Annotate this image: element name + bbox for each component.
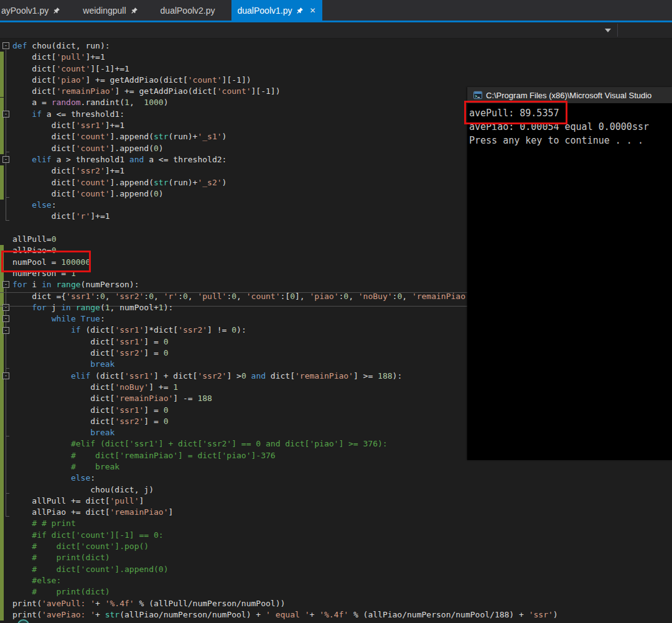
code-line[interactable]: def chou(dict, run): — [12, 40, 558, 52]
code-line[interactable]: # print(dict) — [12, 552, 558, 563]
tab-label: ayPoolv1.py — [1, 6, 49, 16]
code-line[interactable]: #if dict['count'][-1] == 0: — [12, 530, 558, 541]
code-line[interactable]: dict['count'][-1]+=1 — [12, 63, 558, 75]
tab-label: dualPoolv1.py — [238, 6, 292, 16]
console-icon — [474, 91, 482, 99]
code-line[interactable]: allPull += dict['pull'] — [12, 496, 558, 507]
tab-dualPoolv2.py[interactable]: dualPoolv2.py — [154, 0, 222, 21]
vs-window: { "tabs": { "items": [ {"label": "ayPool… — [0, 0, 672, 623]
fold-guide — [6, 335, 6, 369]
tab-bar: ayPoolv1.pyweidingpulldualPoolv2.pydualP… — [0, 0, 672, 21]
change-bar — [0, 98, 4, 155]
fold-collapse-box[interactable]: - — [2, 156, 9, 163]
code-line[interactable]: dict['pull']+=1 — [12, 52, 558, 63]
fold-collapse-box[interactable]: - — [2, 42, 9, 49]
code-line[interactable]: # break — [12, 461, 558, 473]
code-line[interactable]: # print(dict) — [12, 586, 558, 598]
close-icon[interactable]: ✕ — [309, 6, 315, 15]
console-title-text: C:\Program Files (x86)\Microsoft Visual … — [486, 91, 651, 100]
fold-collapse-box[interactable]: - — [2, 111, 9, 118]
console-line: Press any key to continue . . . — [469, 134, 672, 147]
fold-guide — [6, 118, 6, 152]
tab-ayPoolv1.py[interactable]: ayPoolv1.py — [0, 0, 67, 21]
pin-icon[interactable] — [131, 7, 138, 14]
fold-collapse-box[interactable]: - — [2, 315, 9, 322]
change-bar — [0, 52, 4, 97]
fold-guide — [6, 380, 6, 437]
navbar-separator — [617, 24, 618, 37]
code-line[interactable]: # dict['count'].append(0) — [12, 564, 558, 575]
console-window: C:\Program Files (x86)\Microsoft Visual … — [467, 87, 672, 460]
pin-icon[interactable] — [53, 7, 60, 14]
code-line[interactable]: #else: — [12, 575, 558, 586]
code-line[interactable]: print('avePiao: '+ str(allPiao/numPerson… — [12, 609, 558, 621]
navigation-bar — [0, 22, 672, 39]
code-line[interactable]: else: — [12, 473, 558, 484]
tab-dualPoolv1.py[interactable]: dualPoolv1.py✕ — [231, 0, 322, 21]
annotation-box-avepull — [464, 101, 567, 124]
change-bar — [0, 165, 4, 200]
code-line[interactable]: chou(dict, j) — [12, 484, 558, 496]
chevron-down-icon[interactable] — [605, 29, 611, 32]
fold-collapse-box[interactable]: - — [2, 281, 9, 288]
annotation-box-numpool — [1, 251, 91, 272]
code-line[interactable]: dict['piao'] += getAddPiao(dict['count']… — [12, 75, 558, 86]
pin-icon[interactable] — [296, 7, 304, 14]
fold-collapse-box[interactable]: - — [2, 327, 9, 334]
code-line[interactable]: # # print — [12, 518, 558, 529]
tab-label: weidingpull — [83, 6, 126, 16]
code-line[interactable]: # dict['count'].pop() — [12, 541, 558, 552]
fold-collapse-box[interactable]: - — [2, 372, 9, 379]
fold-guide — [6, 164, 6, 198]
code-line[interactable]: allPiao += dict['remainPiao'] — [12, 507, 558, 518]
tab-label: dualPoolv2.py — [161, 6, 215, 16]
tab-weidingpull[interactable]: weidingpull — [77, 0, 144, 21]
code-line[interactable]: print('avePull: '+ '%.4f' % (allPull/num… — [12, 598, 558, 609]
